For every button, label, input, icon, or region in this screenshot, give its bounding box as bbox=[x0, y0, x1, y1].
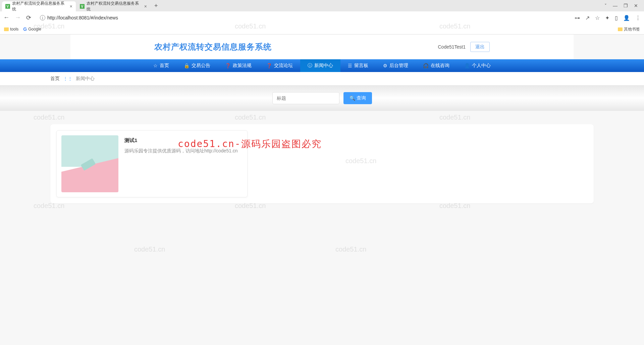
news-card[interactable]: 测试1 源码乐园专注提供优质源码，访问地址http://code51.cn bbox=[56, 130, 248, 197]
nav-icon: ❓ bbox=[225, 63, 231, 68]
nav-icon: ⓘ bbox=[308, 63, 312, 69]
nav-label: 个人中心 bbox=[472, 63, 491, 69]
browser-tab[interactable]: V 农村产权流转交易信息服务系统 × bbox=[76, 1, 150, 11]
breadcrumb: 首页 ⋮⋮ 新闻中心 bbox=[0, 72, 644, 85]
menu-icon[interactable]: ⋮ bbox=[635, 15, 641, 21]
folder-icon bbox=[618, 27, 623, 31]
nav-label: 新闻中心 bbox=[314, 63, 333, 69]
nav-label: 首页 bbox=[160, 63, 169, 69]
tab-title: 农村产权流转交易信息服务系统 bbox=[87, 1, 141, 12]
content-area: 测试1 源码乐园专注提供优质源码，访问地址http://code51.cn bbox=[0, 111, 644, 217]
nav-icon: ❓ bbox=[266, 63, 272, 68]
nav-item-4[interactable]: ⓘ新闻中心 bbox=[300, 59, 340, 72]
bookmarks-bar: tools GGoogle 其他书签 bbox=[0, 24, 644, 34]
user-area: Code51Test1 退出 bbox=[438, 42, 490, 52]
star-icon[interactable]: ☆ bbox=[595, 15, 600, 21]
nav-label: 留言板 bbox=[354, 63, 368, 69]
browser-chrome: V 农村产权流转交易信息服务系统 × V 农村产权流转交易信息服务系统 × + … bbox=[0, 0, 644, 34]
footer-background bbox=[0, 287, 644, 345]
watermark: code51.cn bbox=[134, 246, 165, 253]
breadcrumb-sep-icon: ⋮⋮ bbox=[63, 76, 72, 81]
bookmark-google[interactable]: GGoogle bbox=[23, 26, 41, 32]
news-image bbox=[61, 135, 118, 192]
vue-icon: V bbox=[80, 4, 85, 9]
nav-label: 后台管理 bbox=[389, 63, 408, 69]
url-bar[interactable]: i http://localhost:8081/#/index/news bbox=[36, 13, 570, 23]
close-icon[interactable]: × bbox=[70, 4, 72, 9]
breadcrumb-home[interactable]: 首页 bbox=[50, 76, 60, 82]
news-description: 源码乐园专注提供优质源码，访问地址http://code51.cn bbox=[124, 147, 243, 155]
nav-icon: 🎧 bbox=[423, 63, 429, 68]
reload-button[interactable]: ⟳ bbox=[26, 14, 31, 21]
folder-icon bbox=[4, 27, 9, 31]
nav-item-1[interactable]: 🔒交易公告 bbox=[176, 59, 218, 72]
nav-icon: ☰ bbox=[348, 63, 352, 68]
username-label: Code51Test1 bbox=[438, 44, 466, 50]
search-icon: 🔍 bbox=[350, 95, 355, 101]
search-input[interactable] bbox=[272, 92, 339, 104]
caret-down-icon[interactable]: ˅ bbox=[604, 3, 607, 8]
news-list: 测试1 源码乐园专注提供优质源码，访问地址http://code51.cn bbox=[50, 124, 594, 203]
nav-icon: 👤 bbox=[464, 63, 470, 68]
minimize-icon[interactable]: — bbox=[613, 3, 618, 8]
profile-icon[interactable]: 👤 bbox=[623, 15, 630, 21]
bookmark-tools[interactable]: tools bbox=[4, 27, 18, 31]
nav-item-3[interactable]: ❓交流论坛 bbox=[259, 59, 300, 72]
share-icon[interactable]: ↗ bbox=[585, 15, 590, 21]
nav-label: 政策法规 bbox=[233, 63, 252, 69]
nav-item-8[interactable]: 👤个人中心 bbox=[457, 59, 498, 72]
nav-label: 交易公告 bbox=[192, 63, 210, 69]
nav-icon: 🔒 bbox=[184, 63, 190, 68]
info-icon[interactable]: i bbox=[40, 15, 45, 20]
maximize-icon[interactable]: ❐ bbox=[624, 3, 628, 8]
nav-item-5[interactable]: ☰留言板 bbox=[340, 59, 376, 72]
breadcrumb-current: 新闻中心 bbox=[76, 76, 95, 82]
nav-label: 交流论坛 bbox=[274, 63, 293, 69]
close-window-icon[interactable]: ✕ bbox=[634, 3, 638, 8]
bookmark-other[interactable]: 其他书签 bbox=[618, 26, 640, 32]
vue-icon: V bbox=[5, 4, 10, 9]
search-bar: 🔍查询 bbox=[0, 85, 644, 111]
tab-strip: V 农村产权流转交易信息服务系统 × V 农村产权流转交易信息服务系统 × + … bbox=[0, 0, 644, 11]
news-body: 测试1 源码乐园专注提供优质源码，访问地址http://code51.cn bbox=[124, 135, 243, 192]
news-title: 测试1 bbox=[124, 137, 243, 144]
close-icon[interactable]: × bbox=[144, 4, 147, 9]
browser-toolbar: ← → ⟳ i http://localhost:8081/#/index/ne… bbox=[0, 11, 644, 24]
tab-title: 农村产权流转交易信息服务系统 bbox=[12, 1, 66, 12]
window-controls: ˅ — ❐ ✕ bbox=[604, 3, 642, 8]
search-button[interactable]: 🔍查询 bbox=[343, 92, 372, 104]
site-logo: 农村产权流转交易信息服务系统 bbox=[154, 42, 272, 52]
nav-item-0[interactable]: ☆首页 bbox=[146, 59, 176, 72]
watermark: code51.cn bbox=[335, 246, 366, 253]
nav-label: 在线咨询 bbox=[431, 63, 449, 69]
logout-button[interactable]: 退出 bbox=[470, 42, 490, 52]
nav-icon: ☆ bbox=[153, 63, 158, 68]
nav-item-2[interactable]: ❓政策法规 bbox=[218, 59, 259, 72]
nav-icon: ⚙ bbox=[383, 63, 387, 68]
extensions-icon[interactable]: ✦ bbox=[605, 15, 609, 21]
browser-tab[interactable]: V 农村产权流转交易信息服务系统 × bbox=[2, 1, 76, 11]
sidebar-icon[interactable]: ▯ bbox=[615, 15, 618, 21]
back-button[interactable]: ← bbox=[3, 14, 9, 21]
new-tab-button[interactable]: + bbox=[151, 2, 161, 9]
page-body: 农村产权流转交易信息服务系统 Code51Test1 退出 ☆首页🔒交易公告❓政… bbox=[0, 34, 644, 345]
nav-item-7[interactable]: 🎧在线咨询 bbox=[416, 59, 457, 72]
google-icon: G bbox=[23, 26, 27, 32]
main-nav: ☆首页🔒交易公告❓政策法规❓交流论坛ⓘ新闻中心☰留言板⚙后台管理🎧在线咨询👤个人… bbox=[0, 59, 644, 72]
site-header: 农村产权流转交易信息服务系统 Code51Test1 退出 bbox=[70, 34, 574, 59]
url-text: http://localhost:8081/#/index/news bbox=[47, 15, 118, 20]
nav-item-6[interactable]: ⚙后台管理 bbox=[376, 59, 416, 72]
forward-button[interactable]: → bbox=[15, 14, 21, 21]
key-icon[interactable]: ⊶ bbox=[575, 15, 580, 21]
